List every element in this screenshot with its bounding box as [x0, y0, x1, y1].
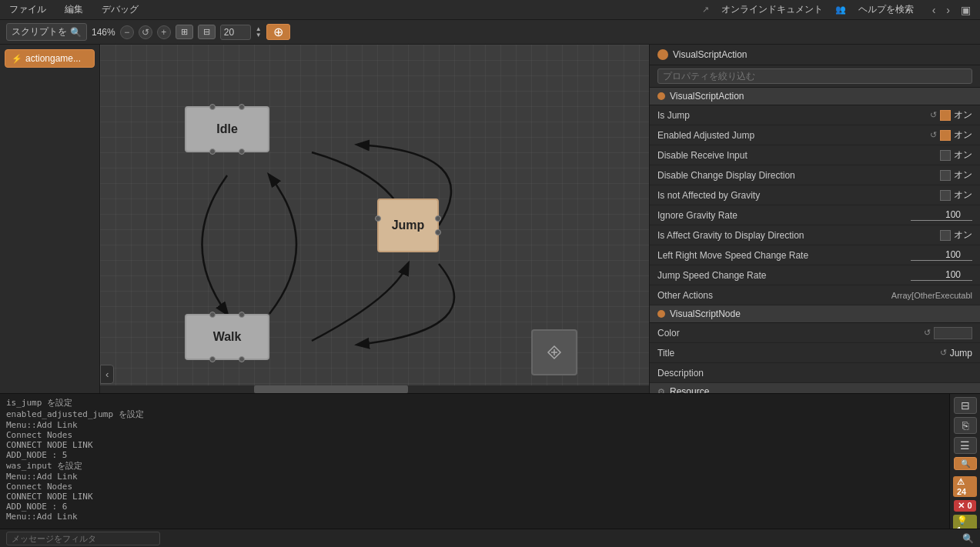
prop-enabled-adjusted-jump: Enabled Adjusted Jump ↺ オン	[650, 125, 980, 145]
grid-toggle-button[interactable]: ⊞	[176, 25, 193, 39]
prop-on-is-jump: オン	[954, 108, 972, 122]
prop-label-lr-move-speed: Left Right Move Speed Change Rate	[657, 250, 911, 261]
online-docs-link[interactable]: オンラインドキュメント	[718, 2, 826, 18]
collapse-button[interactable]: ‹	[100, 365, 114, 384]
prop-not-affected-gravity: Is not Affected by Gravity オン	[650, 185, 980, 205]
prop-color-preview[interactable]	[934, 327, 972, 339]
prop-checkbox-affect-gravity-display[interactable]	[940, 230, 951, 241]
prop-value-affect-gravity-display: オン	[940, 228, 972, 242]
prop-checkbox-disable-change-display[interactable]	[940, 170, 951, 181]
prop-reset-color[interactable]: ↺	[924, 328, 931, 338]
prop-reset-enabled-adjusted-jump[interactable]: ↺	[930, 130, 937, 140]
prop-checkbox-is-jump[interactable]	[940, 110, 951, 121]
prop-value-is-jump: ↺ オン	[930, 108, 972, 122]
resource-icon: ⚙	[657, 387, 665, 394]
prop-color: Color ↺	[650, 323, 980, 343]
canvas-area[interactable]: Idle Walk Jump	[100, 45, 649, 393]
prop-reset-is-jump[interactable]: ↺	[930, 110, 937, 120]
log-copy-button[interactable]: ⎘	[954, 417, 977, 434]
log-line-12: Menu::Add Link	[6, 512, 943, 522]
scrollbar-thumb[interactable]	[254, 385, 408, 393]
prop-reset-title[interactable]: ↺	[940, 348, 947, 358]
port-jump-out1[interactable]	[435, 215, 441, 222]
prop-label-other-actions: Other Actions	[657, 290, 891, 301]
prop-checkbox-not-affected-gravity[interactable]	[940, 190, 951, 201]
log-counter-yellow: 💡 1	[953, 515, 977, 529]
port-idle-in2[interactable]	[239, 104, 245, 110]
menu-debug[interactable]: デバッグ	[99, 2, 142, 18]
prop-on-disable-change-display: オン	[954, 168, 972, 182]
bottom-panel: is_jump を設定 enabled_adjusted_jump を設定 Me…	[0, 393, 980, 547]
nav-back-button[interactable]: ‹	[929, 4, 939, 16]
prop-value-color: ↺	[924, 327, 972, 339]
port-jump-in[interactable]	[375, 215, 381, 222]
menu-bar: ファイル 編集 デバッグ ↗ オンラインドキュメント 👥 ヘルプを検索 ‹ › …	[0, 0, 980, 20]
prop-jump-speed-rate: Jump Speed Change Rate	[650, 265, 980, 285]
message-filter-input[interactable]	[6, 532, 160, 545]
section-resource: ⚙ Resource	[650, 383, 980, 393]
horizontal-scrollbar[interactable]	[100, 385, 649, 393]
help-search-link[interactable]: ヘルプを検索	[855, 2, 917, 18]
section-visual-script-action: VisualScriptAction	[650, 88, 980, 105]
grid-size-input[interactable]: 20	[220, 25, 251, 40]
prop-other-actions: Other Actions Array[OtherExecutabl	[650, 285, 980, 305]
property-filter-input[interactable]	[657, 68, 972, 84]
log-filter-button[interactable]: ☰	[954, 437, 977, 454]
port-idle-out2[interactable]	[239, 148, 245, 155]
prop-on-disable-receive-input: オン	[954, 148, 972, 162]
port-walk-out2[interactable]	[239, 356, 245, 362]
port-walk-in1[interactable]	[209, 312, 216, 318]
node-unknown[interactable]	[531, 329, 577, 375]
bottom-bar: 🔍	[0, 529, 980, 547]
prop-checkbox-disable-receive-input[interactable]	[940, 150, 951, 161]
port-idle-out1[interactable]	[209, 148, 216, 155]
section-node-title: VisualScriptNode	[670, 309, 741, 319]
log-clear-button[interactable]: ⊟	[954, 397, 977, 414]
zoom-in-button[interactable]: +	[157, 25, 171, 39]
port-walk-in2[interactable]	[239, 312, 245, 318]
grid-snap-button[interactable]: ⊟	[198, 25, 216, 39]
node-walk[interactable]: Walk	[185, 314, 269, 360]
zoom-out-button[interactable]: −	[120, 25, 134, 39]
prop-value-other-actions: Array[OtherExecutabl	[891, 291, 972, 300]
section-title: VisualScriptAction	[670, 91, 744, 102]
prop-input-lr-move-speed[interactable]	[911, 249, 972, 261]
unknown-node-icon	[542, 340, 567, 365]
prop-value-disable-change-display: オン	[940, 168, 972, 182]
prop-value-disable-receive-input: オン	[940, 148, 972, 162]
node-idle[interactable]: Idle	[185, 106, 269, 152]
actiongame-button[interactable]: ⚡ actiongame...	[5, 49, 95, 68]
prop-is-jump: Is Jump ↺ オン	[650, 105, 980, 125]
zoom-stepper[interactable]: ▲ ▼	[256, 26, 262, 38]
prop-on-affect-gravity-display: オン	[954, 228, 972, 242]
counter-badge-red: ✕ 0	[954, 500, 975, 512]
log-line-11: ADD_NODE : 6	[6, 502, 943, 512]
log-line-2: enabled_adjusted_jump を設定	[6, 409, 943, 420]
prop-label-disable-change-display: Disable Change Display Direction	[657, 170, 940, 181]
menu-file[interactable]: ファイル	[6, 2, 49, 18]
counter-icon-yellow: 💡	[957, 515, 968, 525]
prop-affect-gravity-display: Is Affect Gravity to Display Direction オ…	[650, 225, 980, 245]
zoom-reset-button[interactable]: ↺	[139, 25, 152, 39]
section-node-icon	[657, 310, 665, 318]
log-warning-button[interactable]: 🔍	[954, 457, 977, 470]
port-idle-in1[interactable]	[209, 104, 216, 110]
node-jump[interactable]: Jump	[377, 198, 439, 252]
prop-checkbox-enabled-adjusted-jump[interactable]	[940, 130, 951, 141]
window-layout-button[interactable]: ▣	[958, 4, 974, 16]
log-counter-orange: ⚠ 24	[953, 476, 977, 497]
header-icon	[657, 49, 668, 60]
prop-input-ignore-gravity-rate[interactable]	[911, 209, 972, 221]
toolbar: スクリプトを 🔍 146% − ↺ + ⊞ ⊟ 20 ▲ ▼ ⊕	[0, 20, 980, 45]
port-walk-out1[interactable]	[209, 356, 216, 362]
search-icon: 🔍	[70, 27, 82, 38]
log-line-3: Menu::Add Link	[6, 420, 943, 430]
nav-forward-button[interactable]: ›	[943, 4, 953, 16]
port-jump-out2[interactable]	[435, 229, 441, 235]
log-area: is_jump を設定 enabled_adjusted_jump を設定 Me…	[0, 394, 949, 529]
prop-input-jump-speed-rate[interactable]	[911, 269, 972, 281]
right-panel: VisualScriptAction VisualScriptAction Is…	[649, 45, 980, 393]
prop-label-enabled-adjusted-jump: Enabled Adjusted Jump	[657, 130, 930, 141]
add-node-button[interactable]: ⊕	[266, 24, 290, 40]
menu-edit[interactable]: 編集	[62, 2, 86, 18]
